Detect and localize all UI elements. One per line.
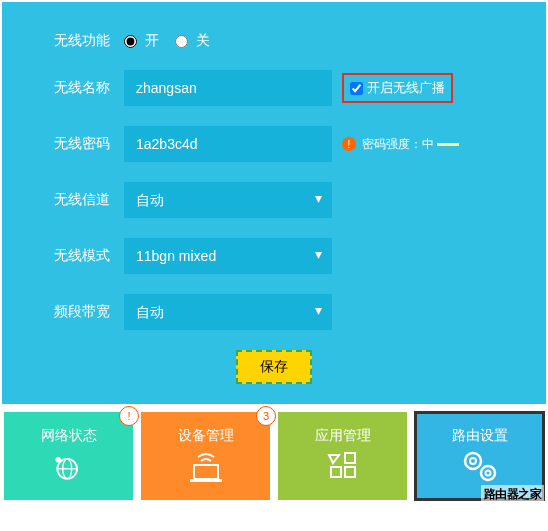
mode-select[interactable]: 11bgn mixed: [124, 238, 332, 274]
svg-point-12: [485, 471, 490, 476]
svg-rect-8: [345, 453, 355, 463]
pwd-strength: ! 密码强度： 中: [342, 136, 459, 153]
warn-icon: !: [342, 137, 356, 151]
nav-tiles: ! 网络状态 3 设备管理 应用管理 路由设置 路由器之家: [0, 406, 548, 506]
strength-meter: [437, 143, 459, 146]
tile-device-mgmt[interactable]: 3 设备管理: [141, 412, 270, 500]
svg-point-10: [470, 458, 476, 464]
channel-select[interactable]: 自动: [124, 182, 332, 218]
label-func: 无线功能: [42, 32, 110, 50]
globe-icon: [47, 449, 91, 485]
svg-point-11: [481, 466, 495, 480]
laptop-wifi-icon: [184, 449, 228, 485]
radio-off[interactable]: [175, 35, 188, 48]
svg-rect-4: [194, 465, 218, 479]
label-name: 无线名称: [42, 79, 110, 97]
wireless-settings-panel: 无线功能 开 关 无线名称 开启无线广播 无线密码 ! 密码强度： 中 无线信道…: [2, 2, 546, 404]
ssid-input[interactable]: [124, 70, 332, 106]
radio-group: 开 关: [124, 32, 220, 50]
badge-count: 3: [256, 406, 276, 426]
badge-alert: !: [119, 406, 139, 426]
broadcast-checkbox[interactable]: [350, 82, 363, 95]
label-chan: 无线信道: [42, 191, 110, 209]
svg-rect-7: [345, 467, 355, 477]
label-mode: 无线模式: [42, 247, 110, 265]
apps-icon: [321, 449, 365, 485]
gear-icon: [458, 449, 502, 485]
tile-network-status[interactable]: ! 网络状态: [4, 412, 133, 500]
svg-rect-6: [331, 467, 341, 477]
bandwidth-select[interactable]: 自动: [124, 294, 332, 330]
tile-app-mgmt[interactable]: 应用管理: [278, 412, 407, 500]
label-bw: 频段带宽: [42, 303, 110, 321]
broadcast-label: 开启无线广播: [367, 79, 445, 97]
password-input[interactable]: [124, 126, 332, 162]
radio-on-label: 开: [145, 32, 159, 50]
watermark: 路由器之家: [481, 485, 545, 504]
label-pwd: 无线密码: [42, 135, 110, 153]
svg-point-3: [55, 457, 60, 462]
radio-off-label: 关: [196, 32, 210, 50]
radio-on[interactable]: [124, 35, 137, 48]
save-button[interactable]: 保存: [236, 350, 312, 384]
svg-point-9: [465, 453, 481, 469]
svg-rect-5: [190, 479, 222, 482]
broadcast-box: 开启无线广播: [342, 73, 453, 103]
